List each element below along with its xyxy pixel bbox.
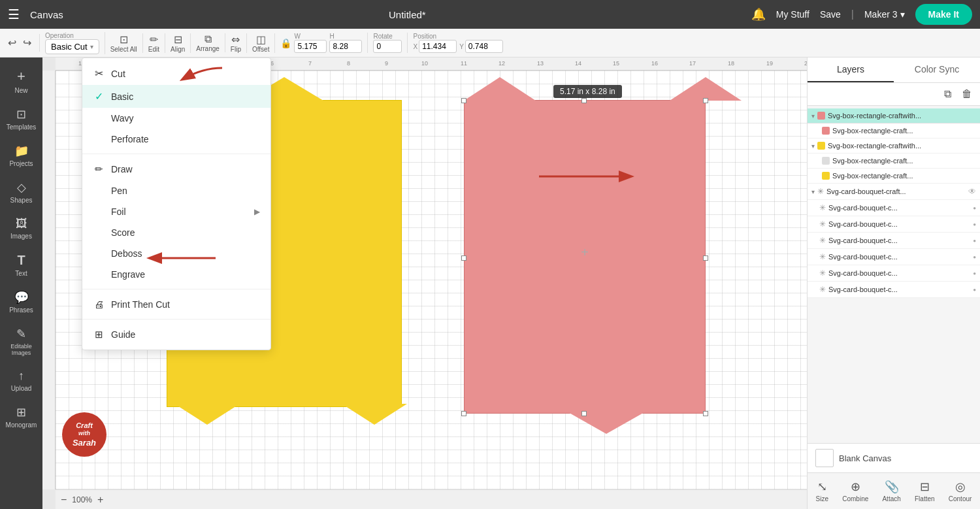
undo-button[interactable]: ↩ — [5, 34, 19, 52]
size-action[interactable]: ⤡ Size — [812, 477, 832, 505]
redo-button[interactable]: ↪ — [20, 34, 34, 52]
selection-handle-bm[interactable] — [581, 411, 587, 416]
canvas-area[interactable]: 1 2 3 4 5 6 7 8 9 10 11 12 13 14 15 16 1… — [42, 57, 807, 509]
tab-layers[interactable]: Layers — [808, 57, 894, 82]
sidebar-item-phrases[interactable]: 💬 Phrases — [3, 285, 41, 319]
rotate-input[interactable] — [373, 40, 402, 53]
operation-dropdown[interactable]: Basic Cut ▾ — [45, 39, 99, 54]
align-label[interactable]: Align — [171, 46, 185, 53]
selection-handle-tl[interactable] — [461, 98, 466, 103]
sidebar-item-new[interactable]: + New — [3, 63, 41, 99]
flatten-action-icon: ⊟ — [920, 480, 930, 494]
layer-row-10[interactable]: ✳ Svg-card-bouquet-c... ● — [808, 265, 980, 282]
layer-row-9[interactable]: ✳ Svg-card-bouquet-c... ● — [808, 249, 980, 265]
selection-handle-bl[interactable] — [461, 411, 466, 416]
zoom-out-button[interactable]: − — [61, 494, 67, 506]
selection-handle-ml[interactable] — [461, 255, 466, 261]
layer-row-0[interactable]: ▾ Svg-box-rectangle-craftwith... — [808, 108, 980, 123]
bell-icon[interactable]: 🔔 — [751, 7, 766, 22]
layer-row-11[interactable]: ✳ Svg-card-bouquet-c... ● — [808, 282, 980, 298]
zoom-in-button[interactable]: + — [97, 494, 103, 506]
width-input[interactable] — [294, 40, 327, 53]
flatten-action[interactable]: ⊟ Flatten — [911, 477, 939, 505]
sidebar-item-projects[interactable]: 📁 Projects — [3, 139, 41, 172]
lock-icon[interactable]: 🔒 — [280, 38, 291, 48]
color-dot-2 — [817, 142, 825, 150]
menu-item-perforate[interactable]: Perforate — [82, 129, 270, 150]
attach-action[interactable]: 📎 Attach — [878, 477, 904, 505]
sidebar-item-templates[interactable]: ⊡ Templates — [3, 102, 41, 136]
maker-selector[interactable]: Maker 3 ▾ — [864, 9, 905, 20]
menu-item-print-then-cut[interactable]: 🖨 Print Then Cut — [82, 293, 270, 315]
select-all-label[interactable]: Select All — [110, 46, 137, 53]
menu-item-draw[interactable]: ✏ Draw — [82, 158, 270, 180]
layer-row-3[interactable]: Svg-box-rectangle-craft... — [808, 154, 980, 169]
selection-handle-br[interactable] — [703, 411, 708, 416]
layer-icon-11: ✳ — [819, 285, 826, 294]
copy-layer-button[interactable]: ⧉ — [941, 86, 954, 103]
eye-hidden-icon[interactable]: 👁 — [968, 187, 976, 196]
layer-row-4[interactable]: Svg-box-rectangle-craft... — [808, 169, 980, 184]
monogram-label: Monogram — [6, 421, 37, 429]
topbar-divider: | — [851, 8, 854, 20]
menu-item-basic[interactable]: ✓ Basic — [82, 85, 270, 108]
images-label: Images — [10, 233, 32, 240]
layer-icon-10: ✳ — [819, 269, 826, 278]
menu-item-engrave[interactable]: Engrave — [82, 264, 270, 285]
position-y-input[interactable] — [465, 40, 503, 53]
blank-canvas-swatch[interactable] — [815, 449, 834, 467]
size-tooltip: 5.17 in x 8.28 in — [553, 85, 622, 98]
projects-label: Projects — [9, 160, 33, 167]
layer-row-5[interactable]: ▾ ✳ Svg-card-bouquet-craft... 👁 — [808, 184, 980, 200]
tab-color-sync[interactable]: Color Sync — [894, 57, 980, 82]
deboss-label: Deboss — [111, 248, 142, 259]
delete-layer-button[interactable]: 🗑 — [959, 86, 975, 103]
save-link[interactable]: Save — [820, 9, 841, 20]
menu-item-foil[interactable]: Foil ▶ — [82, 201, 270, 222]
offset-label[interactable]: Offset — [252, 46, 270, 53]
layer-row-2[interactable]: ▾ Svg-box-rectangle-craftwith... — [808, 139, 980, 154]
layer-row-1[interactable]: Svg-box-rectangle-craft... — [808, 123, 980, 139]
edit-group: ✏ Edit — [148, 33, 165, 53]
dot-icon-6: ● — [973, 205, 976, 211]
menu-item-guide[interactable]: ⊞ Guide — [82, 323, 270, 346]
combine-action[interactable]: ⊕ Combine — [838, 477, 872, 505]
right-panel: Layers Color Sync ⧉ 🗑 ▾ Svg-box-rectangl… — [807, 57, 980, 509]
new-icon: + — [17, 68, 25, 85]
layer-row-6[interactable]: ✳ Svg-card-bouquet-c... ● — [808, 200, 980, 216]
flip-label[interactable]: Flip — [231, 46, 241, 53]
expand-icon-0: ▾ — [811, 112, 815, 120]
menu-item-pen[interactable]: Pen — [82, 180, 270, 201]
sidebar-item-upload[interactable]: ↑ Upload — [3, 364, 41, 397]
menu-item-deboss[interactable]: Deboss — [82, 243, 270, 264]
layer-row-7[interactable]: ✳ Svg-card-bouquet-c... ● — [808, 216, 980, 233]
height-input[interactable] — [329, 40, 362, 53]
make-it-button[interactable]: Make It — [915, 4, 972, 25]
select-all-group: ⊡ Select All — [110, 33, 143, 53]
sidebar-item-text[interactable]: T Text — [3, 248, 41, 282]
selection-handle-mr[interactable] — [703, 255, 708, 261]
engrave-label: Engrave — [111, 269, 145, 280]
menu-item-wavy[interactable]: Wavy — [82, 108, 270, 129]
sidebar-item-images[interactable]: 🖼 Images — [3, 212, 41, 245]
sidebar-item-editable-images[interactable]: ✎ Editable Images — [3, 321, 41, 361]
selection-handle-tm[interactable] — [581, 98, 587, 103]
edit-label[interactable]: Edit — [148, 46, 159, 53]
pink-triangle-bottom — [567, 412, 645, 434]
hamburger-icon[interactable]: ☰ — [8, 7, 20, 22]
projects-icon: 📁 — [14, 144, 29, 158]
my-stuff-link[interactable]: My Stuff — [776, 9, 809, 20]
menu-item-score[interactable]: Score — [82, 222, 270, 243]
layer-row-8[interactable]: ✳ Svg-card-bouquet-c... ● — [808, 233, 980, 249]
yellow-triangle-bottom-right — [342, 404, 407, 425]
position-x-input[interactable] — [419, 40, 457, 53]
selection-handle-tr[interactable] — [703, 98, 708, 103]
menu-item-cut[interactable]: ✂ Cut — [82, 62, 270, 85]
arrange-label[interactable]: Arrange — [196, 45, 220, 52]
sidebar-item-shapes[interactable]: ◇ Shapes — [3, 175, 41, 209]
sidebar-item-monogram[interactable]: ⊞ Monogram — [3, 400, 41, 434]
dot-icon-10: ● — [973, 271, 976, 276]
undo-redo-group: ↩ ↪ — [5, 34, 40, 52]
blank-canvas-row: Blank Canvas — [808, 443, 980, 472]
contour-action[interactable]: ◎ Contour — [945, 477, 976, 505]
